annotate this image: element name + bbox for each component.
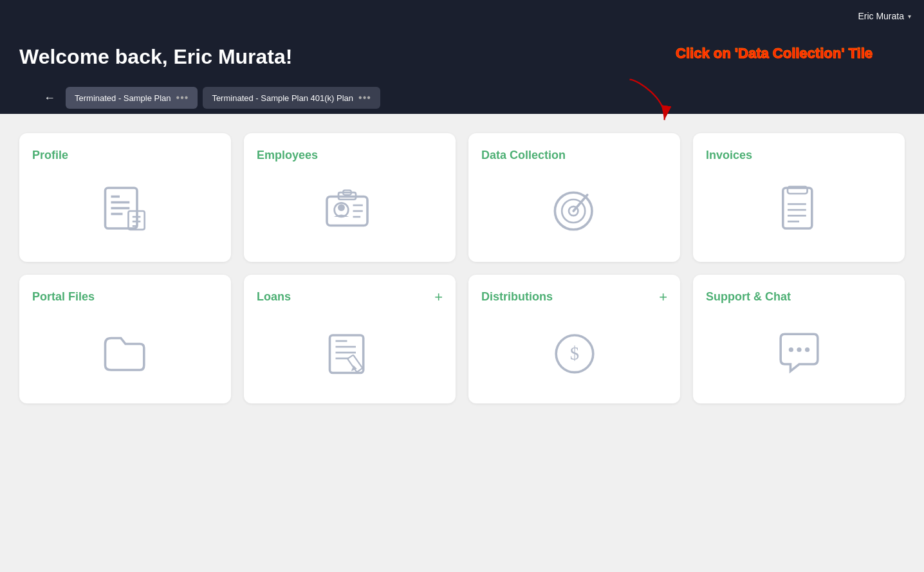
employees-icon	[257, 175, 443, 246]
topbar: Eric Murata ▾	[0, 0, 924, 32]
tab-menu-dots[interactable]: •••	[176, 92, 189, 104]
support-chat-icon	[706, 317, 892, 388]
portal-files-icon	[32, 317, 218, 388]
header: Welcome back, Eric Murata! Click on 'Dat…	[0, 32, 924, 114]
tile-support-chat[interactable]: Support & Chat	[693, 275, 905, 403]
tab-terminated-sample-plan[interactable]: Terminated - Sample Plan •••	[66, 87, 198, 109]
user-name: Eric Murata	[858, 11, 904, 21]
tile-distributions[interactable]: Distributions + $	[468, 275, 680, 403]
tile-portal-files[interactable]: Portal Files	[19, 275, 231, 403]
tile-support-chat-title: Support & Chat	[706, 290, 791, 304]
tabs-row: ← Terminated - Sample Plan ••• Terminate…	[19, 82, 905, 114]
tile-portal-files-title: Portal Files	[32, 290, 95, 304]
tile-loans-title: Loans	[257, 290, 291, 304]
svg-point-40	[805, 347, 809, 351]
tiles-grid: Profile Employees	[0, 114, 924, 423]
distributions-plus[interactable]: +	[659, 289, 667, 306]
svg-point-38	[788, 347, 793, 351]
tab-label: Terminated - Sample Plan 401(k) Plan	[212, 93, 353, 103]
back-button[interactable]: ←	[39, 89, 60, 107]
distributions-icon: $	[481, 317, 667, 388]
tile-data-collection-title: Data Collection	[481, 149, 566, 162]
svg-point-12	[338, 204, 345, 211]
loans-icon	[257, 317, 443, 388]
tile-invoices-title: Invoices	[706, 149, 752, 162]
tile-invoices[interactable]: Invoices	[693, 133, 905, 262]
tab-label: Terminated - Sample Plan	[75, 93, 171, 103]
tile-employees[interactable]: Employees	[244, 133, 456, 262]
welcome-message: Welcome back, Eric Murata!	[19, 45, 905, 82]
chevron-down-icon: ▾	[908, 13, 911, 20]
tile-employees-title: Employees	[257, 149, 318, 162]
data-collection-icon	[481, 175, 667, 246]
tile-profile-title: Profile	[32, 149, 68, 162]
tab-terminated-sample-plan-401k[interactable]: Terminated - Sample Plan 401(k) Plan •••	[203, 87, 380, 109]
tile-loans[interactable]: Loans +	[244, 275, 456, 403]
loans-plus[interactable]: +	[434, 289, 443, 306]
profile-icon	[32, 175, 218, 246]
tab-menu-dots[interactable]: •••	[358, 92, 371, 104]
svg-text:$: $	[569, 342, 578, 363]
tile-profile[interactable]: Profile	[19, 133, 231, 262]
svg-point-39	[797, 347, 801, 351]
invoices-icon	[706, 175, 892, 246]
tile-distributions-title: Distributions	[481, 290, 553, 304]
user-menu[interactable]: Eric Murata ▾	[858, 11, 911, 21]
tile-data-collection[interactable]: Data Collection	[468, 133, 680, 262]
